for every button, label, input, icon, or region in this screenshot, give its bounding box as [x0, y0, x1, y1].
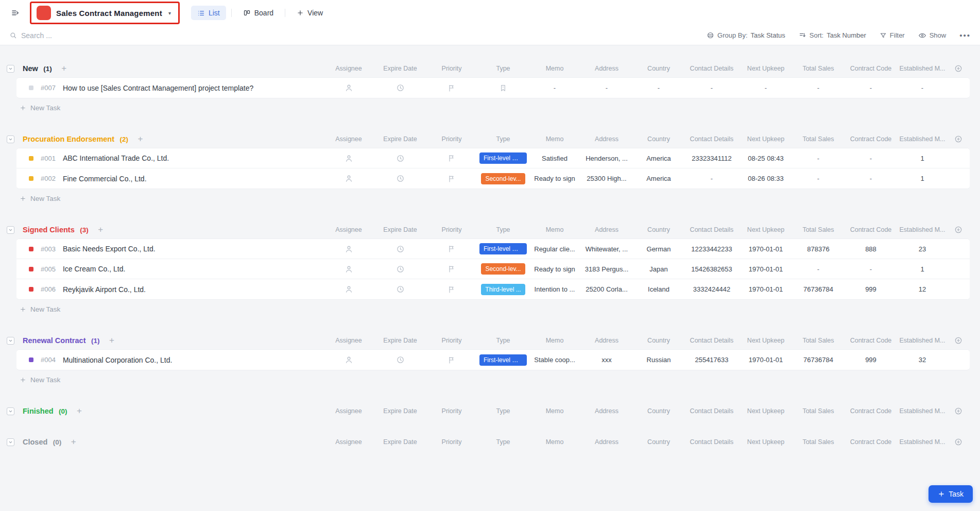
tab-add-view[interactable]: View	[290, 6, 329, 20]
type-badge[interactable]: First-level Cl...	[479, 243, 527, 254]
chevron-down-icon[interactable]: ▾	[168, 10, 171, 16]
add-task-to-group-icon[interactable]: +	[77, 406, 82, 416]
contract-code-cell[interactable]: 999	[844, 285, 898, 293]
priority-cell[interactable]	[426, 265, 477, 273]
next-upkeep-cell[interactable]: 1970-01-01	[739, 285, 793, 293]
expire-date-cell[interactable]	[374, 174, 426, 183]
memo-cell[interactable]: Stable coop...	[529, 356, 580, 364]
address-cell[interactable]: 25200 Corla...	[580, 285, 633, 293]
task-row[interactable]: #005 Ice Cream Co., Ltd. Second-lev... R…	[16, 259, 970, 279]
type-badge[interactable]: First-level Cl...	[479, 152, 527, 164]
type-badge[interactable]: Third-level ...	[481, 284, 525, 295]
priority-cell[interactable]	[426, 154, 477, 162]
task-title[interactable]: ABC International Trade Co., Ltd.	[63, 154, 169, 162]
address-cell[interactable]: xxx	[580, 356, 633, 364]
expire-date-cell[interactable]	[374, 355, 426, 364]
tab-list[interactable]: List	[191, 6, 226, 20]
task-title[interactable]: How to use [Sales Contract Management] p…	[63, 84, 253, 92]
type-cell[interactable]: First-level Cl...	[477, 354, 529, 366]
next-upkeep-cell[interactable]: 1970-01-01	[739, 356, 793, 364]
priority-cell[interactable]	[426, 245, 477, 253]
assignee-cell[interactable]	[323, 83, 374, 92]
type-cell[interactable]: First-level Cl...	[477, 152, 529, 164]
type-cell[interactable]: Third-level ...	[477, 284, 529, 295]
assignee-cell[interactable]	[323, 265, 374, 274]
country-cell[interactable]: America	[633, 175, 684, 182]
next-upkeep-cell[interactable]: 1970-01-01	[739, 245, 793, 253]
established-cell[interactable]: 1	[898, 265, 947, 273]
total-sales-cell[interactable]: -	[793, 265, 844, 273]
assignee-cell[interactable]	[323, 245, 374, 253]
new-task-row[interactable]: New Task	[0, 189, 970, 208]
contract-code-cell[interactable]: 999	[844, 356, 898, 364]
established-cell[interactable]: 12	[898, 285, 947, 293]
add-column-icon[interactable]	[947, 226, 970, 234]
contact-details-cell[interactable]: -	[684, 84, 739, 92]
status-bullet[interactable]	[29, 287, 33, 292]
add-column-icon[interactable]	[947, 336, 970, 345]
collapse-group-icon[interactable]	[7, 407, 14, 415]
sort-button[interactable]: Sort: Task Number	[799, 31, 866, 39]
memo-cell[interactable]: -	[529, 84, 580, 92]
assignee-cell[interactable]	[323, 355, 374, 364]
task-title[interactable]: Basic Needs Export Co., Ltd.	[63, 245, 156, 253]
task-title[interactable]: Ice Cream Co., Ltd.	[63, 265, 125, 273]
collapse-group-icon[interactable]	[7, 337, 14, 345]
total-sales-cell[interactable]: -	[793, 175, 844, 182]
type-badge[interactable]: Second-lev...	[481, 173, 525, 184]
collapse-group-icon[interactable]	[7, 135, 14, 143]
total-sales-cell[interactable]: 878376	[793, 245, 844, 253]
next-upkeep-cell[interactable]: -	[739, 84, 793, 92]
type-cell[interactable]: Second-lev...	[477, 173, 529, 184]
task-title[interactable]: Reykjavik Airport Co., Ltd.	[63, 285, 146, 294]
new-task-row[interactable]: New Task	[0, 300, 970, 318]
assignee-cell[interactable]	[323, 154, 374, 163]
expire-date-cell[interactable]	[374, 83, 426, 92]
contact-details-cell[interactable]: 15426382653	[684, 265, 739, 273]
established-cell[interactable]: -	[898, 84, 947, 92]
assignee-cell[interactable]	[323, 174, 374, 183]
collapse-group-icon[interactable]	[7, 65, 14, 73]
group-title[interactable]: Renewal Contract	[23, 336, 85, 345]
assignee-cell[interactable]	[323, 285, 374, 294]
more-button[interactable]: •••	[959, 31, 971, 40]
status-bullet[interactable]	[29, 267, 33, 271]
address-cell[interactable]: -	[580, 84, 633, 92]
status-bullet[interactable]	[29, 156, 33, 161]
priority-cell[interactable]	[426, 285, 477, 294]
task-row[interactable]: #002 Fine Commercial Co., Ltd. Second-le…	[16, 168, 970, 189]
memo-cell[interactable]: Satisfied	[529, 155, 580, 162]
contract-code-cell[interactable]: 888	[844, 245, 898, 253]
expire-date-cell[interactable]	[374, 245, 426, 253]
add-task-to-group-icon[interactable]: +	[61, 63, 66, 73]
tab-board[interactable]: Board	[237, 6, 280, 20]
contract-code-cell[interactable]: -	[844, 265, 898, 273]
address-cell[interactable]: Henderson, ...	[580, 155, 633, 162]
established-cell[interactable]: 32	[898, 356, 947, 364]
new-task-row[interactable]: New Task	[0, 98, 970, 117]
contact-details-cell[interactable]: 3332424442	[684, 285, 739, 293]
task-title[interactable]: Fine Commercial Co., Ltd.	[63, 175, 147, 183]
task-row[interactable]: #006 Reykjavik Airport Co., Ltd. Third-l…	[16, 279, 970, 299]
contact-details-cell[interactable]: 255417633	[684, 356, 739, 364]
new-task-row[interactable]: New Task	[0, 370, 970, 389]
expire-date-cell[interactable]	[374, 285, 426, 294]
collapse-sidebar-icon[interactable]	[8, 6, 23, 20]
status-bullet[interactable]	[29, 86, 33, 90]
expire-date-cell[interactable]	[374, 265, 426, 274]
memo-cell[interactable]: Ready to sign	[529, 265, 580, 273]
memo-cell[interactable]: Ready to sign	[529, 175, 580, 182]
project-title[interactable]: Sales Contract Management	[56, 9, 162, 18]
country-cell[interactable]: Japan	[633, 265, 684, 273]
country-cell[interactable]: Russian	[633, 356, 684, 364]
group-title[interactable]: Finished	[23, 407, 54, 415]
total-sales-cell[interactable]: 76736784	[793, 356, 844, 364]
task-title[interactable]: Multinational Corporation Co., Ltd.	[63, 356, 172, 364]
memo-cell[interactable]: Regular clie...	[529, 245, 580, 253]
next-upkeep-cell[interactable]: 08-25 08:43	[739, 155, 793, 162]
task-row[interactable]: #003 Basic Needs Export Co., Ltd. First-…	[16, 239, 970, 259]
total-sales-cell[interactable]: -	[793, 155, 844, 162]
total-sales-cell[interactable]: -	[793, 84, 844, 92]
add-column-icon[interactable]	[947, 407, 970, 415]
priority-cell[interactable]	[426, 356, 477, 364]
